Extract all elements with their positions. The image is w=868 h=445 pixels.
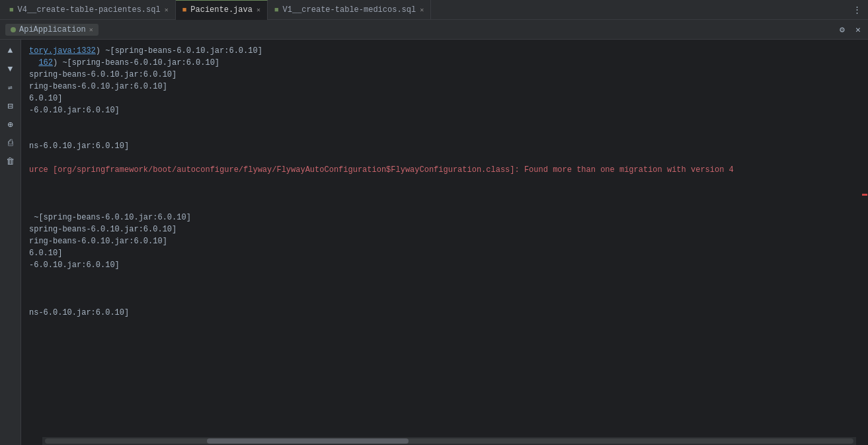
run-tab-label: ApiApplication: [19, 25, 86, 34]
tab-sql1[interactable]: ■ V4__create-table-pacientes.sql ✕: [3, 0, 176, 20]
console-line-16: spring-beans-6.0.10.jar:6.0.10]: [26, 223, 861, 235]
run-tab-close-icon[interactable]: ✕: [89, 26, 93, 34]
console-line-17: ring-beans-6.0.10.jar:6.0.10]: [26, 235, 861, 247]
tab-bar-settings-icon[interactable]: ⋮: [849, 3, 864, 17]
tory-link[interactable]: tory.java:1332: [29, 46, 96, 56]
console-line-5: 6.0.10]: [26, 93, 861, 104]
run-status-dot: [11, 27, 16, 32]
scroll-down-btn[interactable]: ▼: [3, 61, 19, 77]
wrap-lines-btn[interactable]: ⇌: [3, 79, 19, 95]
tab-sql1-close[interactable]: ✕: [165, 6, 169, 14]
console-line-7: [26, 116, 861, 128]
left-toolbar: ▲ ▼ ⇌ ⊟ ⊕ ⎙ 🗑: [0, 40, 21, 445]
console-line-9: ns-6.0.10.jar:6.0.10]: [26, 140, 861, 152]
tab-sql2[interactable]: ■ V1__create-table-medicos.sql ✕: [268, 0, 431, 20]
console-line-14: [26, 200, 861, 212]
tab-java1[interactable]: ■ Paciente.java ✕: [176, 0, 268, 20]
console-line-1: tory.java:1332) ~[spring-beans-6.0.10.ja…: [26, 45, 861, 57]
settings-icon[interactable]: ⚙: [835, 22, 849, 37]
console-line-error: urce [org/springframework/boot/autoconfi…: [26, 164, 861, 176]
close-panel-icon[interactable]: ✕: [851, 22, 865, 37]
console-line-25: [26, 331, 861, 343]
console-line-15: ~[spring-beans-6.0.10.jar:6.0.10]: [26, 212, 861, 223]
scroll-up-btn[interactable]: ▲: [3, 42, 19, 58]
console-line-27: [26, 354, 861, 366]
console-line-6: -6.0.10.jar:6.0.10]: [26, 104, 861, 116]
console-line-22: [26, 295, 861, 307]
console-line-3: spring-beans-6.0.10.jar:6.0.10]: [26, 69, 861, 81]
java-file-icon: ■: [182, 6, 187, 14]
pin-btn[interactable]: ⊕: [3, 116, 19, 132]
sql2-file-icon: ■: [274, 6, 279, 14]
sql-file-icon: ■: [9, 6, 14, 14]
console-line-10: [26, 152, 861, 164]
filter-btn[interactable]: ⊟: [3, 98, 19, 114]
console-line-23: ns-6.0.10.jar:6.0.10]: [26, 307, 861, 319]
horizontal-scrollbar-container: [42, 437, 856, 445]
console-line-20: [26, 271, 861, 283]
console-content: tory.java:1332) ~[spring-beans-6.0.10.ja…: [21, 42, 861, 369]
run-tab-api[interactable]: ApiApplication ✕: [5, 24, 99, 36]
tab-sql2-close[interactable]: ✕: [420, 6, 424, 14]
tab-java1-label: Paciente.java: [190, 5, 253, 15]
run-bar-actions: ⚙ ✕: [835, 22, 868, 37]
console-line-26: [26, 343, 861, 354]
console-line-2: 162) ~[spring-beans-6.0.10.jar:6.0.10]: [26, 57, 861, 69]
clear-btn[interactable]: 🗑: [3, 153, 19, 169]
console-line-18: 6.0.10]: [26, 247, 861, 259]
run-bar: ApiApplication ✕ ⚙ ✕: [0, 20, 868, 40]
console-line-21: [26, 283, 861, 295]
right-panel: [861, 40, 868, 445]
horizontal-scrollbar[interactable]: [45, 438, 853, 444]
tab-bar: ■ V4__create-table-pacientes.sql ✕ ■ Pac…: [0, 0, 868, 20]
line-162-link[interactable]: 162: [38, 58, 53, 67]
error-scroll-marker: [862, 194, 867, 196]
console-line-19: -6.0.10.jar:6.0.10]: [26, 259, 861, 271]
horizontal-scrollbar-thumb[interactable]: [207, 438, 409, 444]
tab-sql2-label: V1__create-table-medicos.sql: [283, 5, 416, 15]
tab-sql1-label: V4__create-table-pacientes.sql: [18, 5, 161, 15]
main-layout: ▲ ▼ ⇌ ⊟ ⊕ ⎙ 🗑 tory.java:1332) ~[spring-b…: [0, 40, 868, 445]
console-area[interactable]: tory.java:1332) ~[spring-beans-6.0.10.ja…: [21, 40, 861, 445]
console-line-24: [26, 319, 861, 331]
console-line-12: [26, 176, 861, 188]
console-line-4: ring-beans-6.0.10.jar:6.0.10]: [26, 81, 861, 93]
console-line-13: [26, 188, 861, 200]
print-btn[interactable]: ⎙: [3, 135, 19, 151]
console-line-8: [26, 128, 861, 140]
tab-java1-close[interactable]: ✕: [256, 6, 260, 14]
